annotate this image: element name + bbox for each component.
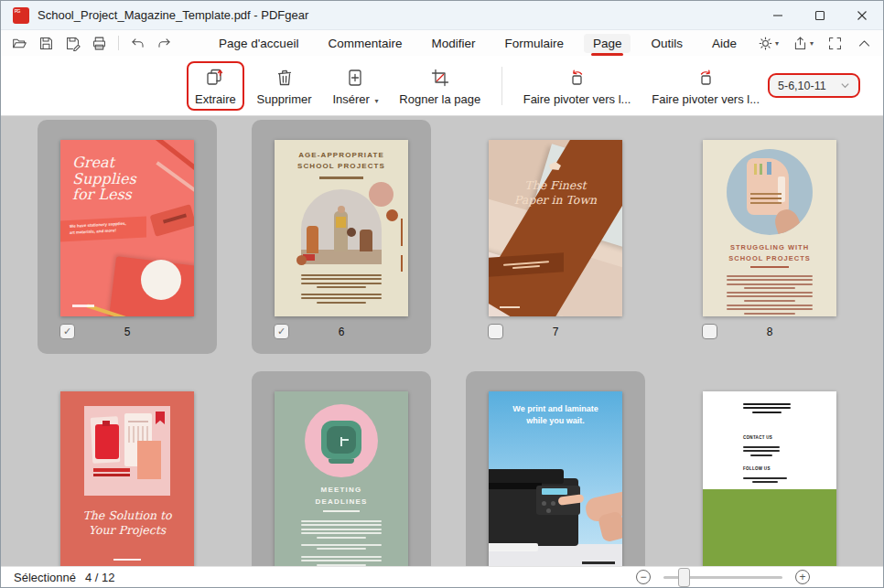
- extract-pages-icon: [205, 66, 225, 88]
- crop-label: Rogner la page: [399, 92, 480, 106]
- page-thumbnail-7[interactable]: The Finest Paper in Town: [489, 140, 622, 316]
- selected-label: Sélectionné: [14, 571, 76, 584]
- selected-count: 4 / 12: [85, 571, 115, 584]
- divider: [118, 36, 119, 50]
- menu-tabs: Page d'accueil Commentaire Modifier Form…: [210, 30, 746, 56]
- page-thumbnail-5[interactable]: Great Supplies for Less We have statione…: [60, 140, 194, 316]
- page-cell-6[interactable]: AGE-APPROPRIATE SCHOOL PROJECTS: [252, 120, 431, 354]
- page-toolbar: Extraire Supprimer Insérer ▾ Rogner la p…: [1, 56, 883, 116]
- page-thumbnail-6[interactable]: AGE-APPROPRIATE SCHOOL PROJECTS: [275, 140, 408, 316]
- zoom-slider[interactable]: [663, 576, 782, 579]
- extract-label: Extraire: [195, 92, 236, 106]
- collapse-ribbon-icon[interactable]: [857, 36, 872, 51]
- pdfgear-logo-icon: [13, 7, 29, 24]
- chevron-down-icon: ▾: [374, 97, 378, 105]
- page-thumbnail-11[interactable]: We print and laminate while you wait.: [489, 391, 622, 568]
- page-number-7: 7: [466, 326, 645, 338]
- insert-button[interactable]: Insérer ▾: [324, 61, 386, 111]
- chevron-down-icon: [840, 80, 850, 91]
- rotate-right-button[interactable]: Faire pivoter vers l...: [643, 61, 768, 111]
- open-file-icon[interactable]: [12, 36, 27, 51]
- tab-page[interactable]: Page: [584, 34, 631, 53]
- tab-page-daccueil[interactable]: Page d'accueil: [210, 34, 307, 53]
- title-bar: School_Project_Magazine_Template.pdf - P…: [1, 1, 883, 30]
- tab-formulaire[interactable]: Formulaire: [495, 34, 573, 53]
- rotate-left-icon: [567, 66, 588, 88]
- rotate-right-label: Faire pivoter vers l...: [652, 92, 760, 106]
- page-cell-9[interactable]: The Solution to Your Projects 9: [38, 371, 217, 568]
- tab-modifier[interactable]: Modifier: [422, 34, 484, 53]
- rotate-left-button[interactable]: Faire pivoter vers l...: [515, 61, 640, 111]
- trash-icon: [275, 66, 295, 88]
- insert-page-icon: [345, 66, 365, 88]
- page-thumbnail-10[interactable]: MEETING DEADLINES: [275, 391, 408, 568]
- status-bar: Sélectionné 4 / 12 − +: [1, 566, 883, 587]
- page-number-8: 8: [680, 326, 859, 338]
- minimize-button[interactable]: [757, 1, 799, 30]
- rotate-left-label: Faire pivoter vers l...: [523, 92, 631, 106]
- pdfgear-window: School_Project_Magazine_Template.pdf - P…: [0, 0, 884, 588]
- zoom-control: − +: [636, 570, 810, 584]
- menu-bar: Page d'accueil Commentaire Modifier Form…: [1, 30, 883, 56]
- page-cell-11[interactable]: We print and laminate while you wait.: [466, 371, 645, 568]
- page-number-5: 5: [38, 326, 217, 338]
- tab-aide[interactable]: Aide: [703, 34, 746, 53]
- rotate-right-icon: [695, 66, 716, 88]
- window-title: School_Project_Magazine_Template.pdf - P…: [38, 8, 308, 22]
- theme-icon[interactable]: ▾: [758, 36, 779, 51]
- fullscreen-icon[interactable]: [827, 36, 843, 51]
- tab-outils[interactable]: Outils: [641, 34, 692, 53]
- zoom-out-button[interactable]: −: [636, 570, 651, 584]
- page-thumbnail-8[interactable]: STRUGGLING WITH SCHOOL PROJECTS: [703, 140, 836, 316]
- undo-icon[interactable]: [130, 36, 146, 51]
- delete-label: Supprimer: [257, 92, 312, 106]
- crop-page-button[interactable]: Rogner la page: [391, 61, 489, 111]
- page-grid: Great Supplies for Less We have statione…: [1, 116, 883, 568]
- insert-label: Insérer ▾: [332, 92, 378, 106]
- page-range-value: 5-6,10-11: [778, 80, 840, 92]
- page-thumbnail-9[interactable]: The Solution to Your Projects: [60, 391, 194, 568]
- crop-icon: [430, 66, 450, 88]
- page-thumbnail-12[interactable]: CONTACT US FOLLOW US: [703, 391, 836, 568]
- page-cell-12[interactable]: CONTACT US FOLLOW US 12: [680, 371, 859, 568]
- extract-button[interactable]: Extraire: [187, 61, 244, 111]
- zoom-in-button[interactable]: +: [795, 570, 810, 584]
- maximize-button[interactable]: [799, 1, 841, 30]
- save-icon[interactable]: [38, 36, 54, 51]
- save-as-icon[interactable]: [65, 36, 81, 51]
- chevron-down-icon: ▾: [810, 39, 814, 48]
- tab-commentaire[interactable]: Commentaire: [318, 34, 411, 53]
- page-range-combobox[interactable]: 5-6,10-11: [768, 73, 860, 98]
- chevron-down-icon: ▾: [775, 39, 779, 48]
- window-controls: [757, 1, 883, 30]
- share-icon[interactable]: ▾: [792, 36, 814, 51]
- zoom-slider-handle[interactable]: [678, 568, 690, 587]
- page-cell-8[interactable]: STRUGGLING WITH SCHOOL PROJECTS 8: [680, 120, 859, 354]
- print-icon[interactable]: [92, 36, 107, 51]
- page-cell-7[interactable]: The Finest Paper in Town 7: [466, 120, 645, 354]
- redo-icon[interactable]: [156, 36, 172, 51]
- close-button[interactable]: [841, 1, 883, 30]
- page-cell-5[interactable]: Great Supplies for Less We have statione…: [38, 120, 217, 354]
- page-number-6: 6: [252, 326, 431, 338]
- delete-button[interactable]: Supprimer: [249, 61, 320, 111]
- page-cell-10[interactable]: MEETING DEADLINES ✓ 10: [252, 371, 431, 568]
